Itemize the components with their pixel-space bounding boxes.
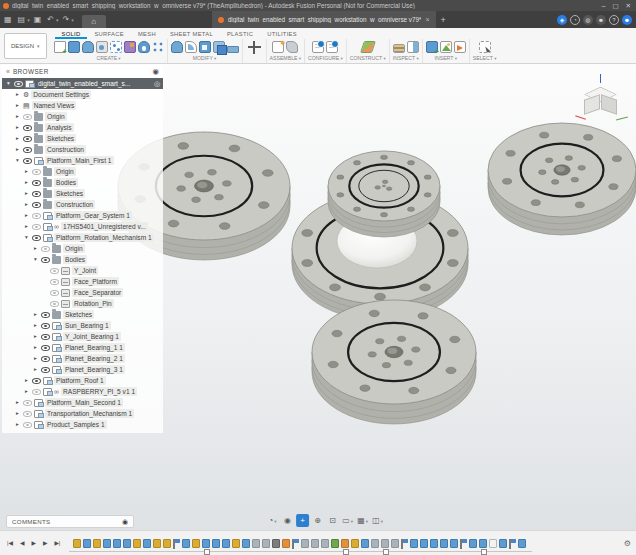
timeline-feature[interactable] bbox=[381, 539, 389, 548]
timeline-feature[interactable] bbox=[361, 539, 369, 548]
canvas-image-icon[interactable] bbox=[440, 41, 452, 53]
create-sketch-icon[interactable] bbox=[54, 41, 66, 53]
browser-item-product-samples-1[interactable]: ▸Product_Samples 1 bbox=[2, 419, 163, 430]
expand-arrow-icon[interactable]: ▸ bbox=[23, 166, 30, 177]
select-tool-icon[interactable] bbox=[479, 41, 491, 53]
pan-icon[interactable]: + bbox=[296, 514, 309, 527]
notifications-icon[interactable]: ◍ bbox=[583, 15, 593, 25]
browser-item-named-views[interactable]: ▸▤Named Views bbox=[2, 100, 163, 111]
sketch-dimension-icon[interactable] bbox=[152, 41, 164, 53]
select-group-label[interactable]: SELECT bbox=[473, 55, 497, 63]
visibility-eye-icon[interactable] bbox=[41, 345, 50, 351]
timeline-feature[interactable] bbox=[113, 539, 121, 548]
visibility-eye-icon[interactable] bbox=[32, 202, 41, 208]
timeline-feature[interactable] bbox=[83, 539, 91, 548]
timeline-feature[interactable] bbox=[182, 539, 190, 548]
timeline-feature[interactable] bbox=[410, 539, 418, 548]
browser-item-y-joint-bearing-1[interactable]: ▸Y_Joint_Bearing 1 bbox=[2, 331, 163, 342]
expand-arrow-icon[interactable]: ▸ bbox=[14, 408, 21, 419]
timeline-feature[interactable] bbox=[499, 539, 507, 548]
browser-item-platform-main-first-1[interactable]: ▾Platform_Main_First 1 bbox=[2, 155, 163, 166]
timeline-feature[interactable] bbox=[133, 539, 141, 548]
timeline-feature[interactable] bbox=[460, 539, 467, 548]
expand-arrow-icon[interactable]: ▸ bbox=[14, 397, 21, 408]
timeline-feature[interactable] bbox=[489, 539, 497, 548]
visibility-eye-icon[interactable] bbox=[41, 356, 50, 362]
shell-icon[interactable] bbox=[199, 41, 211, 53]
insert-group-label[interactable]: INSERT bbox=[435, 55, 457, 63]
assemble-group-label[interactable]: ASSEMBLE bbox=[270, 55, 301, 63]
view-cube-right-face[interactable] bbox=[601, 94, 617, 115]
timeline-feature[interactable] bbox=[272, 539, 280, 548]
timeline-feature[interactable] bbox=[420, 539, 428, 548]
timeline-feature[interactable] bbox=[321, 539, 329, 548]
browser-item-analysis[interactable]: ▸Analysis bbox=[2, 122, 163, 133]
timeline-feature[interactable] bbox=[450, 539, 458, 548]
visibility-eye-icon[interactable] bbox=[23, 411, 32, 417]
timeline-feature[interactable] bbox=[222, 539, 230, 548]
visibility-eye-icon[interactable] bbox=[32, 169, 41, 175]
configuration-table-icon[interactable] bbox=[312, 41, 324, 53]
browser-options-icon[interactable]: ◉ bbox=[152, 67, 159, 76]
configuration-theme-icon[interactable] bbox=[326, 41, 338, 53]
maximize-button[interactable]: ▢ bbox=[612, 1, 618, 11]
visibility-eye-icon[interactable] bbox=[32, 180, 41, 186]
fit-icon[interactable]: ⊡ bbox=[326, 514, 339, 527]
browser-item-raspberry-pi-5-v1-1[interactable]: ▸∞RASPBERRY_PI_5 v1 1 bbox=[2, 386, 163, 397]
go-to-start-button[interactable]: |◀ bbox=[4, 537, 16, 549]
display-settings-icon[interactable]: ▭▾ bbox=[341, 514, 354, 527]
browser-item-transportation-mechanism-1[interactable]: ▸Transportation_Mechanism 1 bbox=[2, 408, 163, 419]
modify-group-label[interactable]: MODIFY bbox=[193, 55, 217, 63]
timeline-feature[interactable] bbox=[123, 539, 131, 548]
timeline-feature[interactable] bbox=[371, 539, 379, 548]
browser-item-planet-bearing-3-1[interactable]: ▸Planet_Bearing_3 1 bbox=[2, 364, 163, 375]
visibility-eye-icon[interactable] bbox=[32, 224, 41, 230]
timeline-feature[interactable] bbox=[163, 539, 171, 548]
ribbon-tab-mesh[interactable]: MESH bbox=[131, 30, 163, 39]
visibility-eye-icon[interactable] bbox=[32, 191, 41, 197]
visibility-eye-icon[interactable] bbox=[41, 312, 50, 318]
inspect-group-label[interactable]: INSPECT bbox=[393, 55, 419, 63]
expand-arrow-icon[interactable]: ▾ bbox=[32, 254, 39, 265]
zoom-icon[interactable]: ⊕ bbox=[311, 514, 324, 527]
visibility-eye-icon[interactable] bbox=[23, 400, 32, 406]
extrude-icon[interactable] bbox=[68, 41, 80, 53]
timeline-feature[interactable] bbox=[202, 539, 210, 548]
timeline-feature[interactable] bbox=[391, 539, 399, 548]
fillet-icon[interactable] bbox=[185, 41, 197, 53]
timeline-feature[interactable] bbox=[192, 539, 200, 548]
workspace-selector-dropdown[interactable]: DESIGN ▾ bbox=[4, 33, 47, 59]
expand-arrow-icon[interactable]: ▸ bbox=[23, 375, 30, 386]
timeline-feature[interactable] bbox=[292, 539, 299, 548]
visibility-eye-icon[interactable] bbox=[23, 136, 32, 142]
home-tab-button[interactable]: ⌂ bbox=[82, 15, 106, 28]
timeline-feature[interactable] bbox=[103, 539, 111, 548]
profile-icon[interactable]: ☻ bbox=[596, 15, 606, 25]
expand-arrow-icon[interactable]: ▸ bbox=[23, 386, 30, 397]
timeline-feature[interactable] bbox=[341, 539, 349, 548]
browser-item-planet-bearing-1-1[interactable]: ▸Planet_Bearing_1 1 bbox=[2, 342, 163, 353]
minimize-button[interactable]: – bbox=[602, 1, 606, 11]
timeline-feature[interactable] bbox=[518, 539, 526, 548]
visibility-eye-icon[interactable] bbox=[23, 158, 32, 164]
visibility-eye-icon[interactable] bbox=[41, 367, 50, 373]
visibility-eye-icon[interactable] bbox=[41, 257, 50, 263]
expand-arrow-icon[interactable]: ▸ bbox=[32, 243, 39, 254]
collapse-browser-icon[interactable]: « bbox=[6, 68, 10, 75]
browser-item-sketches[interactable]: ▸Sketches bbox=[2, 309, 163, 320]
ribbon-tab-surface[interactable]: SURFACE bbox=[87, 30, 130, 39]
browser-item-construction[interactable]: ▸Construction bbox=[2, 144, 163, 155]
look-at-icon[interactable]: ◉ bbox=[281, 514, 294, 527]
ribbon-tab-utilities[interactable]: UTILITIES bbox=[260, 30, 304, 39]
timeline-feature[interactable] bbox=[311, 539, 319, 548]
expand-arrow-icon[interactable]: ▸ bbox=[32, 353, 39, 364]
expand-arrow-icon[interactable]: ▸ bbox=[32, 309, 39, 320]
timeline-feature[interactable] bbox=[212, 539, 220, 548]
timeline-feature[interactable] bbox=[93, 539, 101, 548]
expand-arrow-icon[interactable]: ▸ bbox=[23, 199, 30, 210]
undo-icon[interactable]: ↶ bbox=[45, 12, 56, 27]
browser-item-face-separator[interactable]: Face_Separator bbox=[2, 287, 163, 298]
insert-derive-icon[interactable] bbox=[426, 41, 438, 53]
timeline-feature[interactable] bbox=[153, 539, 161, 548]
timeline-feature[interactable] bbox=[282, 539, 290, 548]
